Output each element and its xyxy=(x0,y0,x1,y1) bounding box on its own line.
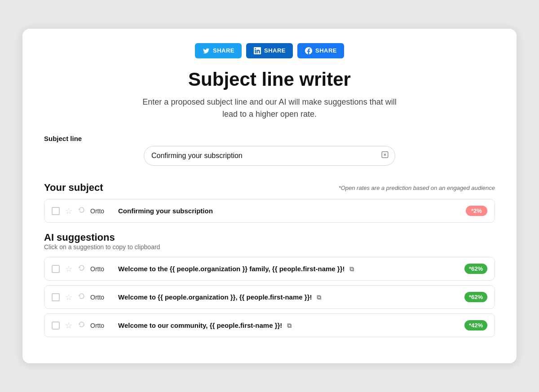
copy-icon-3[interactable]: ⧉ xyxy=(287,322,292,329)
row-checkbox-3[interactable] xyxy=(52,322,60,330)
share-bar: SHARE SHARE SHARE xyxy=(44,43,495,58)
your-subject-section: Your subject *Open rates are a predictio… xyxy=(44,182,495,223)
page-subtitle: Enter a proposed subject line and our AI… xyxy=(135,96,404,120)
row-subject-2: Welcome to {{ people.organization }}, {{… xyxy=(118,293,459,301)
star-icon-2[interactable]: ☆ xyxy=(65,292,72,302)
row-badge-1: *62% xyxy=(464,264,487,274)
row-subject-3: Welcome to our community, {{ people.firs… xyxy=(118,322,459,330)
row-checkbox[interactable] xyxy=(52,207,60,215)
your-subject-row[interactable]: ☆ Ortto Confirming your subscription *2% xyxy=(44,199,495,223)
twitter-share-label: SHARE xyxy=(213,47,234,54)
main-card: SHARE SHARE SHARE Subject line writer En… xyxy=(22,29,517,363)
row-subject-1: Welcome to the {{ people.organization }}… xyxy=(118,265,459,273)
twitter-share-button[interactable]: SHARE xyxy=(195,43,242,58)
facebook-icon xyxy=(305,47,313,55)
row-checkbox-2[interactable] xyxy=(52,293,60,301)
subject-line-label: Subject line xyxy=(44,135,296,142)
facebook-share-button[interactable]: SHARE xyxy=(297,43,344,58)
ai-suggestions-section: AI suggestions Click on a suggestion to … xyxy=(44,232,495,337)
page-title: Subject line writer xyxy=(44,69,495,90)
star-icon-3[interactable]: ☆ xyxy=(65,321,72,330)
row-badge: *2% xyxy=(466,206,487,216)
linkedin-icon xyxy=(253,47,261,55)
ai-suggestions-title: AI suggestions xyxy=(44,232,495,243)
input-section: Subject line xyxy=(44,135,495,166)
row-sender-1: Ortto xyxy=(90,265,113,273)
row-badge-2: *62% xyxy=(464,292,487,302)
row-sender: Ortto xyxy=(90,207,113,215)
row-sender-2: Ortto xyxy=(90,294,113,301)
open-rates-note: *Open rates are a prediction based on an… xyxy=(339,185,495,191)
refresh-icon-3[interactable] xyxy=(78,321,85,330)
facebook-share-label: SHARE xyxy=(315,47,337,54)
subject-input[interactable] xyxy=(144,146,395,166)
row-badge-3: *42% xyxy=(464,320,487,330)
ai-suggestions-subtitle: Click on a suggestion to copy to clipboa… xyxy=(44,243,495,251)
your-subject-header: Your subject *Open rates are a predictio… xyxy=(44,182,495,194)
twitter-icon xyxy=(202,47,210,55)
refresh-icon-1[interactable] xyxy=(78,264,85,273)
copy-icon-1[interactable]: ⧉ xyxy=(349,265,354,273)
suggestion-row-1[interactable]: ☆ Ortto Welcome to the {{ people.organiz… xyxy=(44,257,495,281)
star-icon[interactable]: ☆ xyxy=(65,206,72,216)
star-icon-1[interactable]: ☆ xyxy=(65,264,72,274)
copy-icon-2[interactable]: ⧉ xyxy=(317,294,321,301)
your-subject-title: Your subject xyxy=(44,182,103,194)
refresh-icon-2[interactable] xyxy=(78,293,85,302)
suggestion-row-2[interactable]: ☆ Ortto Welcome to {{ people.organizatio… xyxy=(44,285,495,309)
linkedin-share-button[interactable]: SHARE xyxy=(246,43,293,58)
row-subject: Confirming your subscription xyxy=(118,207,460,215)
suggestion-row-3[interactable]: ☆ Ortto Welcome to our community, {{ peo… xyxy=(44,313,495,337)
refresh-icon[interactable] xyxy=(78,207,85,216)
row-checkbox-1[interactable] xyxy=(52,265,60,273)
linkedin-share-label: SHARE xyxy=(264,47,286,54)
subject-input-wrapper xyxy=(144,146,395,166)
row-sender-3: Ortto xyxy=(90,322,113,329)
